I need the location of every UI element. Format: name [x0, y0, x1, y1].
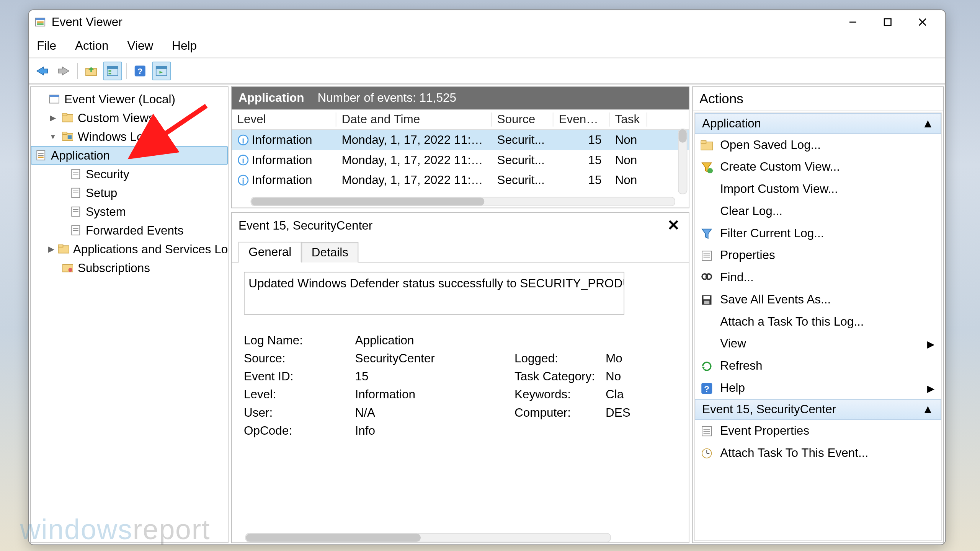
tab-details[interactable]: Details — [302, 243, 359, 263]
collapse-icon[interactable]: ▾ — [48, 132, 58, 142]
label-source: Source: — [244, 352, 355, 366]
svg-rect-27 — [68, 135, 72, 140]
svg-rect-45 — [58, 245, 63, 247]
up-folder-button[interactable] — [82, 61, 101, 80]
task-icon — [700, 446, 714, 460]
grid-row[interactable]: iInformation Monday, 1, 17, 2022 11:2...… — [232, 150, 689, 170]
col-task[interactable]: Task — [610, 112, 647, 127]
tree-item-application[interactable]: Application — [31, 146, 228, 165]
action-find[interactable]: Find... — [695, 267, 941, 289]
value-computer: DES — [606, 406, 639, 420]
tree-item-windows-logs[interactable]: ▾ Windows Logs — [31, 127, 228, 146]
expand-icon[interactable]: ▶ — [48, 113, 58, 123]
hscrollbar[interactable] — [251, 197, 676, 207]
action-open_saved[interactable]: Open Saved Log... — [695, 134, 941, 156]
menu-action[interactable]: Action — [75, 39, 109, 53]
action-label: Event Properties — [720, 424, 809, 438]
action-import_custom[interactable]: Import Custom View... — [695, 178, 941, 201]
subscriptions-icon — [62, 262, 74, 274]
find-icon — [700, 271, 714, 284]
tree-item-custom-views[interactable]: ▶ Custom Views — [31, 109, 228, 127]
event-grid[interactable]: Level Date and Time Source Event ID Task… — [231, 109, 689, 208]
col-event-id[interactable]: Event ID — [554, 112, 610, 127]
scroll-thumb[interactable] — [251, 197, 484, 205]
scroll-thumb[interactable] — [246, 534, 421, 542]
action-event_properties[interactable]: Event Properties — [695, 420, 941, 442]
menu-file[interactable]: File — [37, 39, 56, 53]
grid-header: Level Date and Time Source Event ID Task — [232, 110, 689, 130]
svg-rect-5 — [884, 19, 891, 26]
props-icon — [700, 424, 714, 438]
tree-root[interactable]: Event Viewer (Local) — [31, 90, 228, 109]
svg-rect-22 — [50, 95, 59, 97]
action-help[interactable]: ?Help▶ — [695, 377, 941, 399]
cell-id: 15 — [554, 133, 610, 147]
folder-icon — [58, 243, 69, 255]
hscrollbar[interactable] — [245, 533, 611, 543]
vscrollbar[interactable] — [678, 129, 688, 194]
window-controls — [835, 11, 940, 33]
action-label: Open Saved Log... — [720, 138, 821, 152]
col-source[interactable]: Source — [492, 112, 554, 127]
action-attach_task_event[interactable]: Attach Task To This Event... — [695, 442, 941, 464]
menu-view[interactable]: View — [127, 39, 154, 53]
tree-label: Applications and Services Lo — [73, 242, 228, 256]
tree-item-subscriptions[interactable]: Subscriptions — [31, 259, 228, 277]
svg-rect-13 — [107, 66, 118, 68]
action-attach_task_log[interactable]: Attach a Task To this Log... — [695, 311, 941, 333]
action-create_custom[interactable]: Create Custom View... — [695, 156, 941, 178]
action-refresh[interactable]: Refresh — [695, 355, 941, 377]
maximize-button[interactable] — [870, 11, 905, 33]
cell-level: Information — [252, 173, 312, 187]
col-level[interactable]: Level — [232, 112, 336, 127]
menu-help[interactable]: Help — [172, 39, 197, 53]
forward-button[interactable] — [54, 61, 73, 80]
cell-level: Information — [252, 153, 312, 167]
value-opcode: Info — [355, 424, 515, 438]
tree-label: Event Viewer (Local) — [64, 92, 175, 106]
value-user: N/A — [355, 406, 515, 420]
action-clear_log[interactable]: Clear Log... — [695, 200, 941, 222]
tree-item-setup[interactable]: Setup — [31, 184, 228, 202]
label-computer: Computer: — [514, 406, 606, 420]
col-date[interactable]: Date and Time — [336, 112, 492, 127]
tree-item-apps-services[interactable]: ▶ Applications and Services Lo — [31, 240, 228, 259]
close-button[interactable] — [905, 11, 940, 33]
watermark-b: report — [133, 514, 211, 545]
action-save_all[interactable]: Save All Events As... — [695, 289, 941, 311]
label-task-category: Task Category: — [514, 370, 606, 384]
tree-item-system[interactable]: System — [31, 202, 228, 221]
action-filter_current[interactable]: Filter Current Log... — [695, 222, 941, 245]
help-button[interactable]: ? — [131, 61, 149, 80]
tree-item-security[interactable]: Security — [31, 165, 228, 184]
close-detail-button[interactable]: ✕ — [665, 217, 682, 235]
log-icon — [70, 224, 82, 236]
svg-rect-26 — [62, 132, 67, 135]
center-panel: Application Number of events: 11,525 Lev… — [231, 86, 689, 543]
tree-panel[interactable]: Event Viewer (Local) ▶ Custom Views ▾ Wi… — [30, 86, 229, 543]
tab-general[interactable]: General — [238, 242, 302, 262]
grid-row[interactable]: iInformation Monday, 1, 17, 2022 11:2...… — [232, 170, 689, 191]
action-properties[interactable]: Properties — [695, 245, 941, 267]
preview-pane-button[interactable] — [152, 61, 171, 80]
folder-icon — [62, 112, 74, 124]
action-view[interactable]: View▶ — [695, 333, 941, 355]
tree-item-forwarded-events[interactable]: Forwarded Events — [31, 221, 228, 240]
scroll-thumb[interactable] — [679, 129, 687, 143]
back-button[interactable] — [33, 61, 52, 80]
log-icon — [35, 149, 47, 161]
grid-row[interactable]: iInformation Monday, 1, 17, 2022 11:2...… — [232, 130, 689, 150]
svg-point-47 — [69, 268, 73, 272]
expand-icon[interactable]: ▶ — [48, 245, 54, 254]
label-level: Level: — [244, 388, 355, 402]
svg-marker-9 — [58, 67, 69, 75]
event-message: Updated Windows Defender status successf… — [244, 272, 624, 315]
cell-task: Non — [610, 133, 647, 147]
minimize-button[interactable] — [835, 11, 870, 33]
show-tree-button[interactable] — [103, 61, 122, 80]
actions-body[interactable]: Application ▲ Open Saved Log...Create Cu… — [694, 112, 942, 541]
action-label: View — [720, 337, 746, 351]
cell-task: Non — [610, 153, 647, 167]
actions-section-application[interactable]: Application ▲ — [695, 113, 941, 134]
actions-section-event[interactable]: Event 15, SecurityCenter ▲ — [695, 399, 941, 420]
